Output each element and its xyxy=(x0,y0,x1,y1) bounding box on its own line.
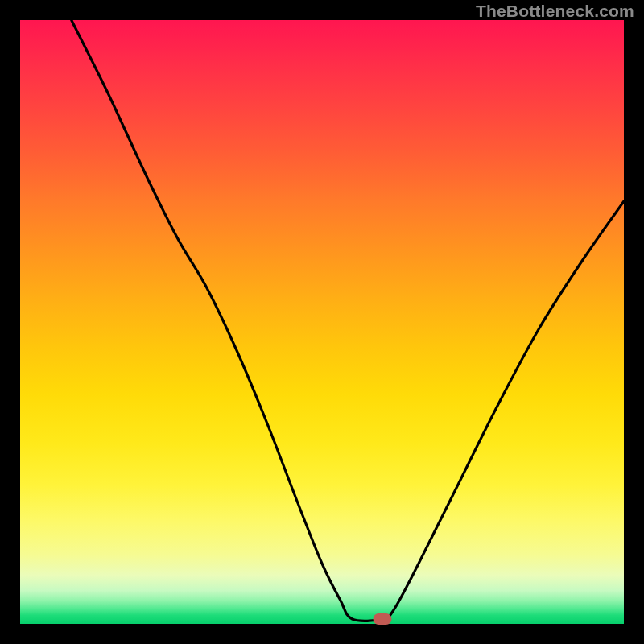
chart-frame: TheBottleneck.com xyxy=(0,0,644,644)
plot-area xyxy=(20,20,624,624)
optimal-marker xyxy=(374,613,392,625)
bottleneck-curve xyxy=(20,20,624,624)
watermark-text: TheBottleneck.com xyxy=(476,2,634,21)
